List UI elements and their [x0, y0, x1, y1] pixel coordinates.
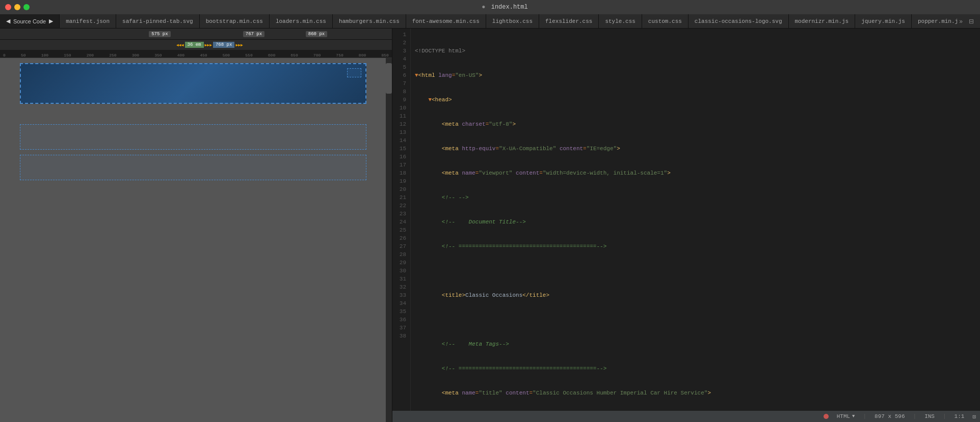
- code-line-14: <!-- ===================================…: [415, 364, 976, 373]
- ruler-tick: 450: [200, 53, 207, 58]
- traffic-lights: [5, 4, 30, 10]
- arrow-left-icon: ◀◀◀: [176, 43, 183, 47]
- settings-icon[interactable]: ⊡: [972, 413, 976, 420]
- tab-modernizr-js[interactable]: modernizr.min.js: [789, 14, 856, 29]
- source-code-button[interactable]: ◀ Source Code ▶: [0, 14, 60, 29]
- maximize-button[interactable]: [23, 4, 30, 10]
- tab-fontawesome-css[interactable]: font-awesome.min.css: [406, 14, 486, 29]
- status-mode: INS: [924, 413, 935, 419]
- line-number: 38: [396, 332, 406, 340]
- tab-popper-js[interactable]: popper.min.js: [912, 14, 957, 29]
- mode-label: INS: [924, 413, 935, 419]
- line-number: 24: [396, 218, 406, 226]
- line-number: 7: [396, 79, 406, 88]
- tab-manifest-json[interactable]: manifest.json: [60, 14, 116, 29]
- line-numbers: 1 2 3 4 5 6 7 8 9 10 11 12 13 14 15 16 1…: [392, 29, 411, 411]
- status-language[interactable]: HTML ▼: [837, 413, 855, 419]
- line-number: 37: [396, 324, 406, 332]
- code-line-4: <meta charset="utf-8">: [415, 120, 976, 128]
- site-preview-area[interactable]: [0, 58, 386, 422]
- pixel-ruler: 0 50 100 150 200 250 300 350 400 450 500…: [0, 50, 392, 58]
- line-number: 30: [396, 267, 406, 275]
- tab-hamburgers-css[interactable]: hamburgers.min.css: [333, 14, 406, 29]
- line-number: 23: [396, 210, 406, 218]
- code-line-7: <!-- -->: [415, 193, 976, 202]
- px-767-label: 767 px: [243, 31, 264, 37]
- ruler-tick: 550: [245, 53, 252, 58]
- code-line-9: <!-- ===================================…: [415, 242, 976, 250]
- minimize-button[interactable]: [14, 4, 20, 10]
- ruler-tick: 400: [177, 53, 184, 58]
- line-number: 28: [396, 250, 406, 259]
- ruler-tick: 700: [313, 53, 321, 58]
- line-number: 12: [396, 120, 406, 128]
- preview-canvas: [0, 58, 392, 422]
- line-number: 25: [396, 226, 406, 234]
- filter-button[interactable]: ⊟: [967, 16, 976, 27]
- close-button[interactable]: [5, 4, 11, 10]
- line-number: 5: [396, 63, 406, 71]
- site-input-box-1[interactable]: [20, 124, 366, 150]
- code-editor: 1 2 3 4 5 6 7 8 9 10 11 12 13 14 15 16 1…: [392, 29, 980, 411]
- line-number: 9: [396, 96, 406, 104]
- tab-loaders-css[interactable]: loaders.min.css: [270, 14, 333, 29]
- code-line-2: ▼<html lang="en-US">: [415, 71, 976, 79]
- line-number: 1: [396, 31, 406, 39]
- code-line-11: <title>Classic Occasions</title>: [415, 291, 976, 299]
- line-number: 20: [396, 185, 406, 193]
- code-line-10: [415, 267, 976, 275]
- line-number: 29: [396, 259, 406, 267]
- left-arrow-icon: ◀: [6, 18, 10, 24]
- line-number: 22: [396, 202, 406, 210]
- error-dot-icon: [824, 414, 829, 419]
- title-bar: ● index.html: [0, 0, 980, 14]
- arrow-right2-icon: ▶▶▶: [235, 43, 243, 47]
- ruler-tick: 250: [109, 53, 116, 58]
- tabs-overflow-button[interactable]: »: [957, 16, 965, 27]
- tab-bootstrap-css[interactable]: bootstrap.min.css: [200, 14, 270, 29]
- ruler-tick: 200: [87, 53, 94, 58]
- site-small-box: [347, 68, 361, 77]
- code-line-12: [415, 316, 976, 324]
- code-line-6: <meta name="viewport" content="width=dev…: [415, 169, 976, 177]
- site-form-area: [20, 124, 366, 180]
- language-label: HTML: [837, 413, 850, 419]
- status-divider2: |: [913, 413, 917, 419]
- ruler-tick: 650: [290, 53, 298, 58]
- line-number: 36: [396, 316, 406, 324]
- line-number: 33: [396, 291, 406, 299]
- tab-jquery-js[interactable]: jquery.min.js: [855, 14, 912, 29]
- window-title: ● index.html: [35, 4, 975, 11]
- ruler-tick: 850: [381, 53, 388, 58]
- tab-lightbox-css[interactable]: lightbox.css: [486, 14, 539, 29]
- ruler-tick: 0: [3, 53, 6, 58]
- status-bar: HTML ▼ | 897 x 596 | INS | 1:1 ⊡: [392, 411, 980, 422]
- line-number: 26: [396, 234, 406, 242]
- em-label: 36 em: [185, 42, 204, 48]
- tab-safari-pinned[interactable]: safari-pinned-tab.svg: [116, 14, 200, 29]
- code-content[interactable]: <!DOCTYPE html> ▼<html lang="en-US"> ▼<h…: [411, 29, 980, 411]
- tab-logo-svg[interactable]: classic-occasions-logo.svg: [688, 14, 789, 29]
- line-number: 13: [396, 128, 406, 136]
- preview-scrollbar[interactable]: [386, 58, 392, 422]
- line-number: 11: [396, 112, 406, 120]
- line-number: 32: [396, 283, 406, 291]
- line-number: 4: [396, 55, 406, 63]
- tab-custom-css[interactable]: custom.css: [642, 14, 688, 29]
- file-tabs: manifest.json safari-pinned-tab.svg boot…: [60, 14, 957, 29]
- line-number: 8: [396, 88, 406, 96]
- ruler-tick: 600: [268, 53, 275, 58]
- tab-flexslider-css[interactable]: flexslider.css: [539, 14, 599, 29]
- scrollbar-thumb[interactable]: [386, 63, 392, 94]
- tab-style-css[interactable]: style.css: [599, 14, 642, 29]
- code-line-5: <meta http-equiv="X-UA-Compatible" conte…: [415, 145, 976, 153]
- measurement-bar: 575 px 767 px 860 px: [0, 29, 392, 40]
- status-cursor: 1:1: [955, 413, 965, 419]
- line-number: 6: [396, 71, 406, 79]
- em-ruler-bar: ◀◀◀ 36 em ▶▶▶ 768 px ▶▶▶: [0, 40, 392, 50]
- ruler-tick: 150: [64, 53, 71, 58]
- status-divider: |: [863, 413, 867, 419]
- ruler-tick: 500: [223, 53, 230, 58]
- line-number: 14: [396, 136, 406, 145]
- site-input-box-2[interactable]: [20, 155, 366, 180]
